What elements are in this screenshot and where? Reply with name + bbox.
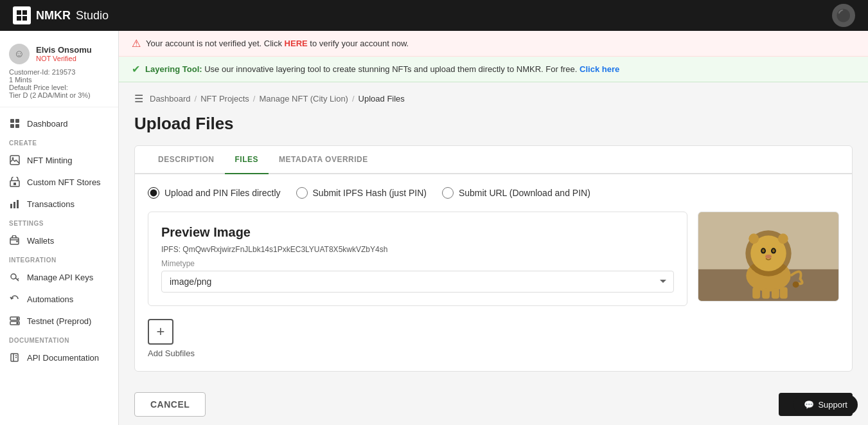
footer-actions: CANCEL NEXT ▶: [119, 382, 868, 425]
radio-upload-pin[interactable]: Upload and PIN Files directly: [148, 187, 281, 199]
grid-icon: [9, 118, 21, 129]
user-tier: Tier D (2 ADA/Mint or 3%): [9, 91, 109, 99]
page-content: ☰ Dashboard / NFT Projects / Manage NFT …: [119, 82, 868, 382]
lion-preview-image: [698, 212, 838, 302]
preview-image-card: Preview Image IPFS: QmQwvRxjwirzFnJLbk14…: [148, 212, 687, 306]
tab-files[interactable]: FILES: [225, 146, 269, 174]
svg-point-20: [17, 318, 18, 320]
svg-rect-3: [22, 16, 27, 21]
sidebar-section-documentation: Documentation: [0, 332, 118, 347]
logo-subtitle: Studio: [76, 9, 109, 23]
sidebar-item-label: Wallets: [27, 236, 54, 246]
add-subfiles-label: Add Subfiles: [148, 348, 195, 358]
breadcrumb: ☰ Dashboard / NFT Projects / Manage NFT …: [134, 93, 853, 105]
breadcrumb-manage-nft[interactable]: Manage NFT (City Lion): [259, 94, 348, 104]
svg-rect-1: [22, 10, 27, 15]
sidebar-section-create: Create: [0, 134, 118, 149]
tab-metadata-override[interactable]: METADATA OVERRIDE: [269, 146, 378, 174]
success-icon: ✔: [132, 63, 140, 75]
radio-submit-ipfs[interactable]: Submit IPFS Hash (just PIN): [296, 187, 427, 199]
svg-rect-2: [17, 16, 21, 21]
user-section: ☺ Elvis Onsomu NOT Verified Customer-Id:…: [0, 39, 118, 107]
sidebar-item-label: Transactions: [27, 199, 75, 209]
radio-submit-ipfs-input[interactable]: [296, 187, 308, 199]
sidebar-section-integration: Integration: [0, 251, 118, 266]
server-icon: [9, 315, 21, 327]
layering-tool-link[interactable]: Click here: [580, 64, 619, 74]
sidebar-item-dashboard[interactable]: Dashboard: [0, 113, 118, 134]
tab-description[interactable]: DESCRIPTION: [148, 146, 225, 174]
sidebar-item-label: API Documentation: [27, 353, 99, 363]
mimetype-label: Mimetype: [161, 259, 674, 268]
svg-rect-4: [10, 119, 14, 123]
sidebar-item-wallets[interactable]: Wallets: [0, 230, 118, 251]
breadcrumb-current: Upload Files: [359, 94, 405, 104]
avatar: ☺: [9, 44, 30, 64]
support-button[interactable]: 💬 Support: [793, 395, 858, 415]
breadcrumb-nft-projects[interactable]: NFT Projects: [200, 94, 249, 104]
breadcrumb-dashboard[interactable]: Dashboard: [150, 94, 191, 104]
sidebar-item-api-docs[interactable]: API Documentation: [0, 347, 118, 368]
user-verified-status: NOT Verified: [36, 55, 92, 62]
sidebar-item-label: Custom NFT Stores: [27, 177, 101, 187]
user-mints: 1 Mints: [9, 76, 109, 84]
sidebar: ☺ Elvis Onsomu NOT Verified Customer-Id:…: [0, 31, 119, 425]
svg-rect-16: [16, 241, 18, 242]
sidebar-item-testnet[interactable]: Testnet (Preprod): [0, 310, 118, 332]
radio-upload-pin-label: Upload and PIN Files directly: [164, 188, 281, 198]
svg-rect-38: [780, 287, 788, 299]
svg-point-21: [17, 323, 18, 324]
svg-rect-11: [13, 183, 16, 185]
sidebar-item-transactions[interactable]: Transactions: [0, 193, 118, 215]
svg-rect-14: [17, 200, 19, 208]
sidebar-item-automations[interactable]: Automations: [0, 288, 118, 310]
sidebar-item-label: Manage API Keys: [27, 273, 93, 282]
verify-link[interactable]: HERE: [285, 39, 308, 48]
svg-rect-6: [10, 124, 14, 128]
sidebar-item-label: Automations: [27, 294, 73, 304]
add-subfiles-button[interactable]: +: [148, 319, 173, 345]
sidebar-item-label: NFT Minting: [27, 156, 73, 165]
alert-error: ⚠ Your account is not verified yet. Clic…: [119, 31, 868, 57]
svg-point-31: [772, 249, 775, 253]
logo-icon: [13, 6, 31, 24]
radio-submit-url-label: Submit URL (Download and PIN): [459, 188, 590, 198]
error-icon: ⚠: [132, 37, 141, 50]
image-icon: [9, 154, 21, 166]
book-icon: [9, 352, 21, 363]
svg-rect-7: [15, 124, 19, 128]
file-section: Preview Image IPFS: QmQwvRxjwirzFnJLbk14…: [148, 212, 839, 306]
upload-files-card: DESCRIPTION FILES METADATA OVERRIDE Uplo…: [134, 145, 853, 372]
logo-text: NMKR: [36, 9, 71, 23]
preview-image-title: Preview Image: [161, 225, 674, 240]
sidebar-item-nft-minting[interactable]: NFT Minting: [0, 149, 118, 171]
wallet-icon: [9, 235, 21, 246]
upload-method-radio-group: Upload and PIN Files directly Submit IPF…: [148, 187, 839, 199]
add-subfiles-section: + Add Subfiles: [148, 319, 839, 358]
user-avatar-topnav[interactable]: ⚫: [832, 4, 855, 27]
svg-rect-12: [10, 204, 12, 208]
support-label: Support: [818, 400, 847, 410]
sidebar-item-label: Dashboard: [27, 119, 68, 129]
bar-chart-icon: [9, 198, 21, 210]
store-icon: [9, 176, 21, 188]
svg-rect-37: [772, 289, 779, 299]
key-icon: [9, 271, 21, 283]
radio-submit-url-input[interactable]: [442, 187, 454, 199]
svg-rect-13: [13, 202, 15, 208]
svg-point-39: [793, 282, 799, 288]
alert-error-text: Your account is not verified yet. Click …: [146, 39, 409, 48]
page-title: Upload Files: [134, 114, 853, 134]
sidebar-item-api-keys[interactable]: Manage API Keys: [0, 266, 118, 288]
cancel-button[interactable]: CANCEL: [134, 392, 206, 417]
radio-submit-ipfs-label: Submit IPFS Hash (just PIN): [313, 188, 427, 198]
chat-icon: 💬: [804, 400, 814, 410]
sidebar-section-settings: Settings: [0, 215, 118, 230]
content-area: ⚠ Your account is not verified yet. Clic…: [119, 31, 868, 425]
radio-upload-pin-input[interactable]: [148, 187, 159, 199]
logo: NMKR Studio: [13, 6, 109, 24]
sidebar-item-custom-stores[interactable]: Custom NFT Stores: [0, 171, 118, 193]
topnav: NMKR Studio ⚫: [0, 0, 868, 31]
mimetype-select[interactable]: image/png image/jpeg image/gif image/svg…: [161, 271, 674, 293]
radio-submit-url[interactable]: Submit URL (Download and PIN): [442, 187, 590, 199]
